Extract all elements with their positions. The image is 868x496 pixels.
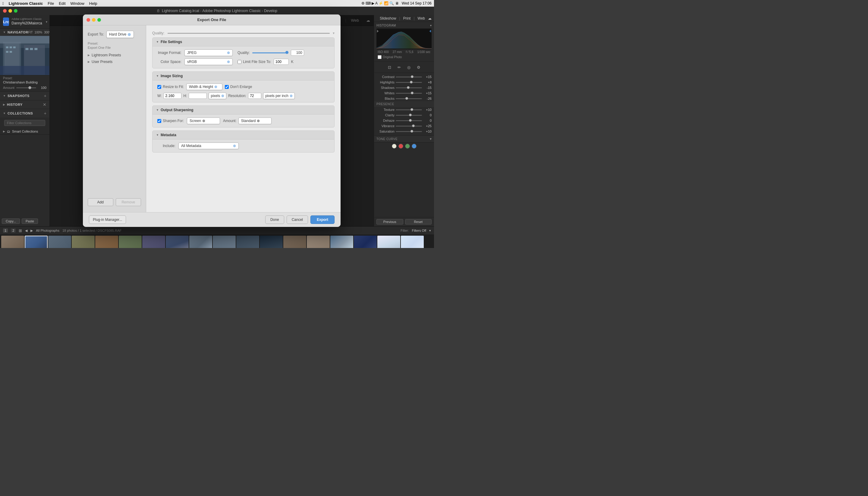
dialog-close-button[interactable] <box>87 18 90 22</box>
red-eye-tool[interactable]: ◎ <box>405 64 413 71</box>
menu-help[interactable]: Help <box>89 1 97 6</box>
mask-tool[interactable]: ⚙ <box>415 64 422 71</box>
thumb-2[interactable] <box>25 236 48 248</box>
sharpen-for-checkbox[interactable] <box>157 119 161 123</box>
collections-add[interactable]: + <box>44 111 46 116</box>
blacks-slider[interactable] <box>396 98 422 99</box>
cloud-nav-icon[interactable]: ☁ <box>428 16 432 20</box>
quality-track[interactable] <box>252 52 289 53</box>
thumb-10[interactable] <box>213 236 236 248</box>
apple-menu[interactable]:  <box>2 1 4 6</box>
user-dropdown-icon[interactable]: ▾ <box>46 20 47 24</box>
thumb-8[interactable] <box>166 236 189 248</box>
tone-curve-expand-icon[interactable]: ▾ <box>430 137 432 141</box>
thumb-16[interactable] <box>354 236 377 248</box>
window-minimize-button[interactable] <box>9 9 12 13</box>
tc-green-icon[interactable] <box>405 144 410 149</box>
whites-slider[interactable] <box>396 93 422 94</box>
nav-fit[interactable]: FIT <box>28 31 33 34</box>
color-space-select[interactable]: sRGB ⊕ <box>184 59 233 65</box>
history-header[interactable]: ▶ History ✕ <box>0 100 49 109</box>
thumb-18[interactable] <box>401 236 424 248</box>
dialog-window-controls[interactable] <box>87 18 101 22</box>
window-controls[interactable] <box>3 9 17 13</box>
thumb-1[interactable] <box>1 236 24 248</box>
sharpen-amount-select[interactable]: Standard ⊕ <box>238 118 272 124</box>
vibrance-slider[interactable] <box>396 126 422 127</box>
image-format-select[interactable]: JPEG ⊕ <box>184 49 233 56</box>
next-arrow-icon[interactable]: ▶ <box>30 229 33 233</box>
shadows-slider[interactable] <box>396 88 422 88</box>
thumb-3[interactable] <box>48 236 71 248</box>
smart-collections-row[interactable]: ▶ 🗂 Smart Collections <box>0 128 49 135</box>
file-size-input-field[interactable] <box>274 59 289 65</box>
web-nav[interactable]: Web <box>418 16 425 20</box>
reset-button[interactable]: Reset <box>405 219 432 224</box>
thumb-17[interactable] <box>377 236 400 248</box>
menu-edit[interactable]: Edit <box>59 1 65 6</box>
amount-slider[interactable] <box>16 88 36 88</box>
tc-red-icon[interactable] <box>399 144 403 149</box>
contrast-slider[interactable] <box>396 77 422 77</box>
filmstrip-source[interactable]: All Photographs <box>36 229 59 232</box>
nav-300[interactable]: 300% <box>44 31 50 34</box>
texture-slider[interactable] <box>396 109 422 110</box>
image-sizing-title-bar[interactable]: ▼ Image Sizing <box>153 72 334 80</box>
collections-header[interactable]: ▼ Collections + <box>0 109 49 118</box>
original-photo-checkbox[interactable] <box>378 55 382 59</box>
window-maximize-button[interactable] <box>14 9 17 13</box>
filter-dropdown-icon[interactable]: ▾ <box>429 229 431 233</box>
heal-tool[interactable]: ✏ <box>396 64 403 71</box>
paste-button[interactable]: Paste <box>22 218 38 224</box>
sidebar-user-presets[interactable]: ▶ User Presets <box>83 59 146 65</box>
thumb-11[interactable] <box>236 236 259 248</box>
navigator-header[interactable]: ▼ Navigator FIT 100% 300% <box>0 29 49 36</box>
thumb-12[interactable] <box>260 236 283 248</box>
done-button[interactable]: Done <box>265 215 284 224</box>
output-sharpening-title-bar[interactable]: ▼ Output Sharpening <box>153 106 334 114</box>
unit-select[interactable]: pixels ⊕ <box>208 93 226 99</box>
thumb-15[interactable] <box>330 236 353 248</box>
resize-select[interactable]: Width & Height ⊕ <box>186 83 222 90</box>
copy-button[interactable]: Copy... <box>2 218 20 224</box>
h-input[interactable] <box>189 93 207 99</box>
dialog-maximize-button[interactable] <box>97 18 101 22</box>
dialog-minimize-button[interactable] <box>92 18 95 22</box>
quality-slider-container[interactable] <box>168 31 330 35</box>
metadata-title-bar[interactable]: ▼ Metadata <box>153 131 334 140</box>
filmstrip-filter-value[interactable]: Filters Off <box>412 229 426 232</box>
clarity-slider[interactable] <box>396 115 422 116</box>
w-input[interactable] <box>164 93 182 99</box>
thumb-9[interactable] <box>189 236 212 248</box>
thumb-7[interactable] <box>142 236 165 248</box>
tc-lum-icon[interactable] <box>392 144 397 149</box>
grid-icon[interactable]: ⊞ <box>19 229 22 233</box>
limit-file-size-checkbox[interactable] <box>237 60 242 64</box>
filmstrip-num2[interactable]: 2 <box>11 229 16 233</box>
dont-enlarge-checkbox[interactable] <box>225 85 229 89</box>
saturation-slider[interactable] <box>396 131 422 132</box>
thumb-4[interactable] <box>72 236 95 248</box>
thumb-14[interactable] <box>307 236 330 248</box>
dehaze-slider[interactable] <box>396 120 422 121</box>
collections-filter-input[interactable] <box>4 120 45 126</box>
cancel-button[interactable]: Cancel <box>286 215 308 224</box>
nav-100[interactable]: 100% <box>35 31 43 34</box>
menu-window[interactable]: Window <box>71 1 84 6</box>
export-button[interactable]: Export <box>310 215 335 224</box>
quality-number-input-field[interactable]: 100 <box>291 50 304 56</box>
export-to-select[interactable]: Hard Drive ⊕ <box>106 31 134 38</box>
plugin-manager-button[interactable]: Plug-in Manager... <box>89 215 126 224</box>
tc-blue-icon[interactable] <box>412 144 417 149</box>
thumb-5[interactable] <box>95 236 118 248</box>
remove-preset-button[interactable]: Remove <box>116 198 141 206</box>
filmstrip-num1[interactable]: 1 <box>3 229 8 233</box>
file-settings-title-bar[interactable]: ▼ File Settings <box>153 38 334 46</box>
add-preset-button[interactable]: Add <box>88 198 113 206</box>
resize-to-fit-checkbox[interactable] <box>157 85 161 89</box>
highlights-slider[interactable] <box>396 82 422 83</box>
snapshots-add[interactable]: + <box>44 93 46 98</box>
resolution-input-field[interactable] <box>248 93 261 99</box>
sidebar-lightroom-presets[interactable]: ▶ Lightroom Presets <box>83 52 146 59</box>
thumb-6[interactable] <box>119 236 142 248</box>
